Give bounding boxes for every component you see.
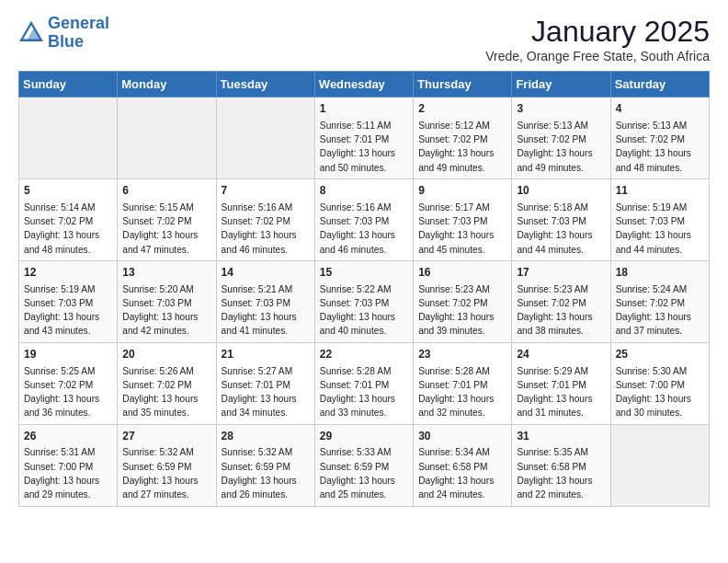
day-number: 23 xyxy=(418,347,506,362)
col-monday: Monday xyxy=(118,72,216,98)
calendar-cell: 26Sunrise: 5:31 AMSunset: 7:00 PMDayligh… xyxy=(19,424,118,506)
calendar-cell: 13Sunrise: 5:20 AMSunset: 7:03 PMDayligh… xyxy=(118,260,216,342)
day-number: 29 xyxy=(320,429,408,444)
day-number: 15 xyxy=(320,265,408,281)
day-number: 8 xyxy=(320,183,408,199)
calendar-cell: 24Sunrise: 5:29 AMSunset: 7:01 PMDayligh… xyxy=(512,342,610,424)
day-number: 2 xyxy=(418,101,506,117)
calendar-cell: 19Sunrise: 5:25 AMSunset: 7:02 PMDayligh… xyxy=(19,342,118,424)
title-block: January 2025 Vrede, Orange Free State, S… xyxy=(485,15,710,63)
calendar-header: Sunday Monday Tuesday Wednesday Thursday… xyxy=(19,72,710,98)
calendar-cell: 16Sunrise: 5:23 AMSunset: 7:02 PMDayligh… xyxy=(414,260,512,342)
day-number: 24 xyxy=(517,347,605,362)
calendar-cell xyxy=(610,424,709,506)
calendar-table: Sunday Monday Tuesday Wednesday Thursday… xyxy=(18,71,710,507)
day-info: Sunrise: 5:12 AMSunset: 7:02 PMDaylight:… xyxy=(418,121,494,173)
day-number: 1 xyxy=(320,101,408,117)
day-number: 21 xyxy=(222,347,310,362)
day-info: Sunrise: 5:32 AMSunset: 6:59 PMDaylight:… xyxy=(122,447,198,500)
day-number: 3 xyxy=(517,101,605,117)
day-info: Sunrise: 5:30 AMSunset: 7:00 PMDaylight:… xyxy=(616,366,691,419)
col-saturday: Saturday xyxy=(610,72,709,98)
day-info: Sunrise: 5:28 AMSunset: 7:01 PMDaylight:… xyxy=(418,366,494,419)
day-info: Sunrise: 5:24 AMSunset: 7:02 PMDaylight:… xyxy=(616,284,691,337)
day-number: 25 xyxy=(616,347,704,362)
day-info: Sunrise: 5:26 AMSunset: 7:02 PMDaylight:… xyxy=(122,366,198,419)
calendar-cell: 3Sunrise: 5:13 AMSunset: 7:02 PMDaylight… xyxy=(512,98,610,179)
logo-icon xyxy=(18,20,44,46)
calendar-cell xyxy=(216,98,314,179)
day-info: Sunrise: 5:20 AMSunset: 7:03 PMDaylight:… xyxy=(122,284,198,337)
day-number: 19 xyxy=(24,347,112,362)
day-info: Sunrise: 5:35 AMSunset: 6:58 PMDaylight:… xyxy=(517,447,592,500)
day-info: Sunrise: 5:15 AMSunset: 7:02 PMDaylight:… xyxy=(122,202,198,255)
day-number: 22 xyxy=(320,347,408,362)
day-info: Sunrise: 5:16 AMSunset: 7:02 PMDaylight:… xyxy=(222,202,297,255)
day-info: Sunrise: 5:32 AMSunset: 6:59 PMDaylight:… xyxy=(222,447,297,500)
calendar-cell: 8Sunrise: 5:16 AMSunset: 7:03 PMDaylight… xyxy=(314,178,413,260)
col-tuesday: Tuesday xyxy=(216,72,314,98)
day-info: Sunrise: 5:17 AMSunset: 7:03 PMDaylight:… xyxy=(418,202,494,255)
day-info: Sunrise: 5:13 AMSunset: 7:02 PMDaylight:… xyxy=(616,121,691,173)
day-info: Sunrise: 5:29 AMSunset: 7:01 PMDaylight:… xyxy=(517,366,592,419)
logo-line2: Blue xyxy=(48,32,84,51)
day-info: Sunrise: 5:19 AMSunset: 7:03 PMDaylight:… xyxy=(24,284,99,337)
location-subtitle: Vrede, Orange Free State, South Africa xyxy=(485,49,710,63)
day-number: 4 xyxy=(616,101,704,117)
day-info: Sunrise: 5:31 AMSunset: 7:00 PMDaylight:… xyxy=(24,447,99,500)
day-info: Sunrise: 5:18 AMSunset: 7:03 PMDaylight:… xyxy=(517,202,592,255)
calendar-week-1: 1Sunrise: 5:11 AMSunset: 7:01 PMDaylight… xyxy=(19,98,710,179)
calendar-cell: 29Sunrise: 5:33 AMSunset: 6:59 PMDayligh… xyxy=(314,424,413,506)
calendar-cell: 10Sunrise: 5:18 AMSunset: 7:03 PMDayligh… xyxy=(512,178,610,260)
calendar-cell: 11Sunrise: 5:19 AMSunset: 7:03 PMDayligh… xyxy=(610,178,709,260)
col-sunday: Sunday xyxy=(19,72,118,98)
calendar-cell: 12Sunrise: 5:19 AMSunset: 7:03 PMDayligh… xyxy=(19,260,118,342)
col-friday: Friday xyxy=(512,72,610,98)
day-number: 5 xyxy=(24,183,112,199)
day-number: 7 xyxy=(222,183,310,199)
calendar-cell: 25Sunrise: 5:30 AMSunset: 7:00 PMDayligh… xyxy=(610,342,709,424)
day-number: 11 xyxy=(616,183,704,199)
day-number: 20 xyxy=(122,347,210,362)
calendar-cell: 2Sunrise: 5:12 AMSunset: 7:02 PMDaylight… xyxy=(414,98,512,179)
day-number: 31 xyxy=(517,429,605,444)
logo-line1: General xyxy=(48,14,109,32)
calendar-week-5: 26Sunrise: 5:31 AMSunset: 7:00 PMDayligh… xyxy=(19,424,710,506)
header: General Blue January 2025 Vrede, Orange … xyxy=(18,15,710,63)
calendar-week-2: 5Sunrise: 5:14 AMSunset: 7:02 PMDaylight… xyxy=(19,178,710,260)
calendar-cell: 9Sunrise: 5:17 AMSunset: 7:03 PMDaylight… xyxy=(414,178,512,260)
day-info: Sunrise: 5:21 AMSunset: 7:03 PMDaylight:… xyxy=(222,284,297,337)
day-number: 10 xyxy=(517,183,605,199)
calendar-body: 1Sunrise: 5:11 AMSunset: 7:01 PMDaylight… xyxy=(19,98,710,507)
calendar-cell xyxy=(118,98,216,179)
calendar-cell: 6Sunrise: 5:15 AMSunset: 7:02 PMDaylight… xyxy=(118,178,216,260)
day-info: Sunrise: 5:28 AMSunset: 7:01 PMDaylight:… xyxy=(320,366,395,419)
calendar-cell: 18Sunrise: 5:24 AMSunset: 7:02 PMDayligh… xyxy=(610,260,709,342)
day-number: 30 xyxy=(418,429,506,444)
day-number: 14 xyxy=(222,265,310,281)
day-number: 13 xyxy=(122,265,210,281)
day-info: Sunrise: 5:11 AMSunset: 7:01 PMDaylight:… xyxy=(320,121,395,173)
day-info: Sunrise: 5:34 AMSunset: 6:58 PMDaylight:… xyxy=(418,447,494,500)
day-number: 26 xyxy=(24,429,112,444)
calendar-cell: 30Sunrise: 5:34 AMSunset: 6:58 PMDayligh… xyxy=(414,424,512,506)
calendar-cell: 20Sunrise: 5:26 AMSunset: 7:02 PMDayligh… xyxy=(118,342,216,424)
day-info: Sunrise: 5:22 AMSunset: 7:03 PMDaylight:… xyxy=(320,284,395,337)
day-info: Sunrise: 5:14 AMSunset: 7:02 PMDaylight:… xyxy=(24,202,99,255)
calendar-cell: 4Sunrise: 5:13 AMSunset: 7:02 PMDaylight… xyxy=(610,98,709,179)
calendar-cell: 15Sunrise: 5:22 AMSunset: 7:03 PMDayligh… xyxy=(314,260,413,342)
calendar-cell: 21Sunrise: 5:27 AMSunset: 7:01 PMDayligh… xyxy=(216,342,314,424)
calendar-cell: 23Sunrise: 5:28 AMSunset: 7:01 PMDayligh… xyxy=(414,342,512,424)
col-wednesday: Wednesday xyxy=(314,72,413,98)
day-number: 18 xyxy=(616,265,704,281)
day-info: Sunrise: 5:16 AMSunset: 7:03 PMDaylight:… xyxy=(320,202,395,255)
day-info: Sunrise: 5:13 AMSunset: 7:02 PMDaylight:… xyxy=(517,121,592,173)
day-number: 17 xyxy=(517,265,605,281)
logo-text: General Blue xyxy=(48,15,109,52)
calendar-cell: 28Sunrise: 5:32 AMSunset: 6:59 PMDayligh… xyxy=(216,424,314,506)
page-container: General Blue January 2025 Vrede, Orange … xyxy=(0,0,728,518)
calendar-cell: 27Sunrise: 5:32 AMSunset: 6:59 PMDayligh… xyxy=(118,424,216,506)
calendar-cell: 17Sunrise: 5:23 AMSunset: 7:02 PMDayligh… xyxy=(512,260,610,342)
day-number: 27 xyxy=(122,429,210,444)
day-info: Sunrise: 5:33 AMSunset: 6:59 PMDaylight:… xyxy=(320,447,395,500)
